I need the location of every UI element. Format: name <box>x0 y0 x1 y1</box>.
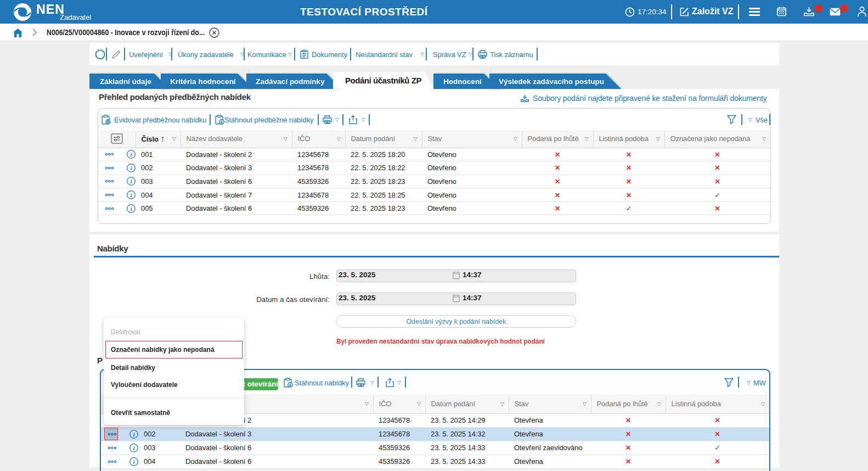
svg-text:i: i <box>133 431 136 438</box>
svg-text:i: i <box>131 205 133 212</box>
svg-text:i: i <box>131 151 133 158</box>
svg-text:i: i <box>133 445 136 451</box>
svg-text:i: i <box>131 192 133 198</box>
svg-text:i: i <box>131 165 133 171</box>
svg-text:i: i <box>131 178 133 184</box>
svg-text:i: i <box>133 458 136 465</box>
